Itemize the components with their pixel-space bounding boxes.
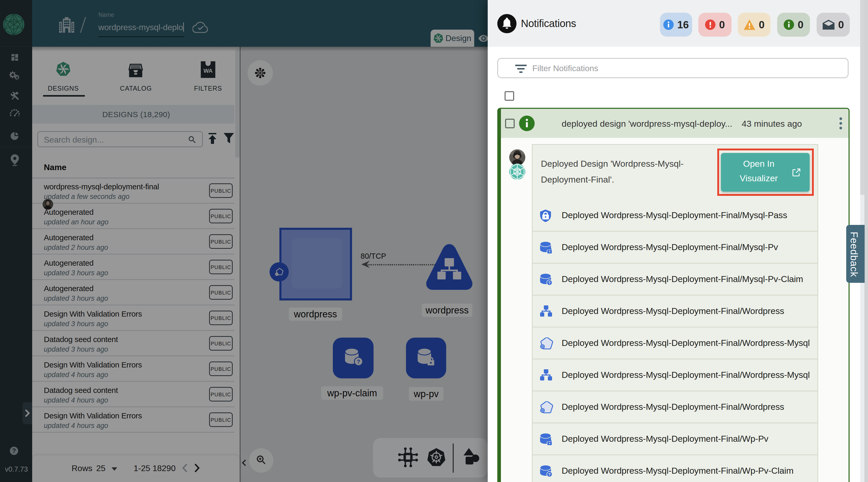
svg-text:?: ?: [548, 472, 551, 477]
svg-text:?: ?: [548, 281, 551, 285]
